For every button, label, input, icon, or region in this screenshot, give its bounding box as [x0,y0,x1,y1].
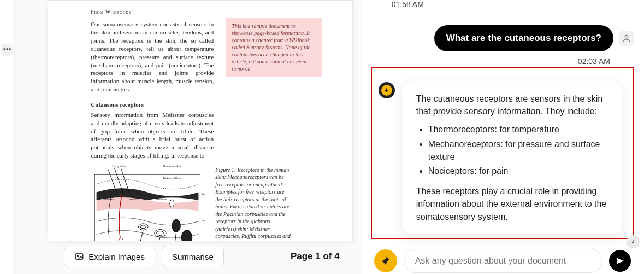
user-avatar [619,31,634,46]
doc-section-heading: Cutaneous receptors [91,101,335,108]
fig-label-merk: Merkel's [129,198,139,201]
summarise-button[interactable]: Summarise [162,246,224,267]
explain-images-label: Explain Images [88,252,145,261]
left-rail: ••• [0,0,15,274]
ai-answer-highlight: The cutaneous receptors are sensors in t… [371,67,634,239]
from-text: From Wikibooks [91,9,131,15]
figure-caption: Figure 1: Receptors in the human skin: M… [215,163,292,241]
svg-point-7 [155,230,166,237]
svg-point-9 [172,219,181,232]
clear-chat-button[interactable] [374,249,397,272]
user-message-bubble: What are the cutaneous receptors? [434,25,613,51]
fig-label-dermis: Dermis [202,219,206,222]
doc-sample-note: This is a sample document to showcase pa… [226,18,322,77]
image-icon [74,252,84,261]
explain-images-button[interactable]: Explain Images [64,246,155,267]
fig-label-hair: Hair receptor [107,241,121,241]
chat-input[interactable] [404,249,602,273]
send-button[interactable] [609,250,631,272]
timestamp-user: 01:58 AM [371,0,634,11]
ai-message-card: The cutaneous receptors are sensors in t… [403,81,622,235]
arrow-down-icon [630,238,636,245]
svg-point-11 [170,200,174,207]
fig-label-meis: Meissner's [156,198,168,201]
chat-input-row [371,247,634,273]
ai-outro-text: These receptors play a crucial role in p… [416,185,608,223]
summarise-label: Summarise [172,252,214,261]
person-icon [622,34,631,43]
fig-label-pap: Papillary Ridges [163,177,181,179]
fig-label-free: Free nerve [103,198,115,201]
from-sup: 1 [131,8,133,13]
bolt-icon [383,87,390,94]
svg-point-14 [625,36,628,38]
scroll-down-button[interactable] [627,235,640,248]
rail-menu-chip[interactable]: ••• [2,44,13,55]
ai-list: Thermoreceptors: for temperature Mechano… [428,123,608,177]
svg-point-13 [78,255,79,257]
broom-icon [380,255,391,266]
doc-body-paragraph: Sensory information from Meissner corpus… [91,111,214,160]
ai-intro-text: The cutaneous receptors are sensors in t… [416,92,608,118]
document-page[interactable]: From Wikibooks1 Our somatosensory system… [48,0,352,241]
send-icon [615,256,625,266]
ai-avatar [379,82,395,98]
doc-source-line: From Wikibooks1 [91,8,335,15]
doc-intro-paragraph: Our somatosensory system consists of sen… [91,20,214,94]
chat-pane: 01:58 AM What are the cutaneous receptor… [361,0,644,274]
ai-list-item: Thermoreceptors: for temperature [428,123,608,136]
skin-diagram: Hairy skin Glabrous skin Papillary Ridge… [91,163,205,241]
document-footer: Explain Images Summarise Page 1 of 4 [15,242,360,271]
fig-label-glab: Glabrous skin [163,165,181,168]
fig-label-hairy: Hairy skin [113,165,126,168]
timestamp-ai: 02:03 AM [371,57,634,66]
document-pane: From Wikibooks1 Our somatosensory system… [15,0,360,274]
ai-list-item: Nociceptors: for pain [428,165,608,177]
svg-point-5 [139,224,149,230]
user-message-row: What are the cutaneous receptors? [371,25,634,51]
page-indicator: Page 1 of 4 [291,251,340,262]
fig-label-epi: Epidermis [202,193,206,195]
ai-list-item: Mechanoreceptors: for pressure and surfa… [428,138,608,163]
